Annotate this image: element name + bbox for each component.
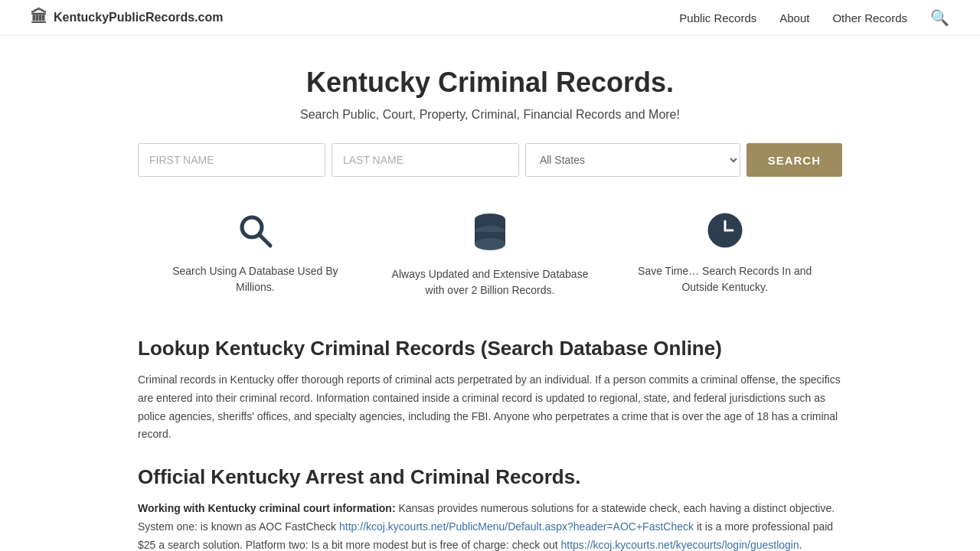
search-last-name[interactable] [332,143,519,177]
subsection-aoc: Working with Kentucky criminal court inf… [138,500,842,551]
subsection-aoc-label: Working with Kentucky criminal court inf… [138,502,396,514]
search-state-select[interactable]: All StatesAlabamaAlaskaArizonaArkansasCa… [525,143,740,177]
section1-title: Lookup Kentucky Criminal Records (Search… [138,337,842,360]
search-form: All StatesAlabamaAlaskaArizonaArkansasCa… [138,143,842,177]
page-title: Kentucky Criminal Records. [138,67,842,99]
nav-search-button[interactable]: 🔍 [930,8,949,27]
clock-icon [707,212,743,256]
nav-public-records[interactable]: Public Records [679,11,756,24]
section2-title: Official Kentucky Arrest and Criminal Re… [138,465,842,489]
svg-line-1 [260,235,270,246]
nav-other-records[interactable]: Other Records [832,11,907,24]
feature-database-text: Always Updated and Extensive Database wi… [388,266,593,298]
page-subtitle: Search Public, Court, Property, Criminal… [138,108,842,122]
feature-search-text: Search Using A Database Used By Millions… [153,263,358,295]
feature-clock-text: Save Time… Search Records In and Outside… [622,263,827,295]
main-content: Kentucky Criminal Records. Search Public… [122,36,858,551]
search-button[interactable]: SEARCH [746,143,842,177]
search-magnifier-icon [237,212,273,256]
feature-search: Search Using A Database Used By Millions… [138,204,373,306]
subsection-aoc-link2[interactable]: https://kcoj.kycourts.net/kyecourts/logi… [561,539,799,551]
feature-database: Always Updated and Extensive Database wi… [373,204,608,306]
svg-point-6 [475,238,505,250]
section1-body: Criminal records in Kentucky offer thoro… [138,371,842,444]
features-row: Search Using A Database Used By Millions… [138,204,842,306]
logo-icon: 🏛 [31,8,47,28]
feature-clock: Save Time… Search Records In and Outside… [607,204,842,306]
logo-text: KentuckyPublicRecords.com [54,11,223,24]
database-icon [472,212,508,259]
main-nav: Public Records About Other Records 🔍 [679,8,949,27]
subsection-aoc-link1[interactable]: http://kcoj.kycourts.net/PublicMenu/Defa… [339,520,694,533]
site-header: 🏛 KentuckyPublicRecords.com Public Recor… [0,0,980,36]
site-logo[interactable]: 🏛 KentuckyPublicRecords.com [31,8,223,28]
search-first-name[interactable] [138,143,325,177]
nav-about[interactable]: About [779,11,809,24]
